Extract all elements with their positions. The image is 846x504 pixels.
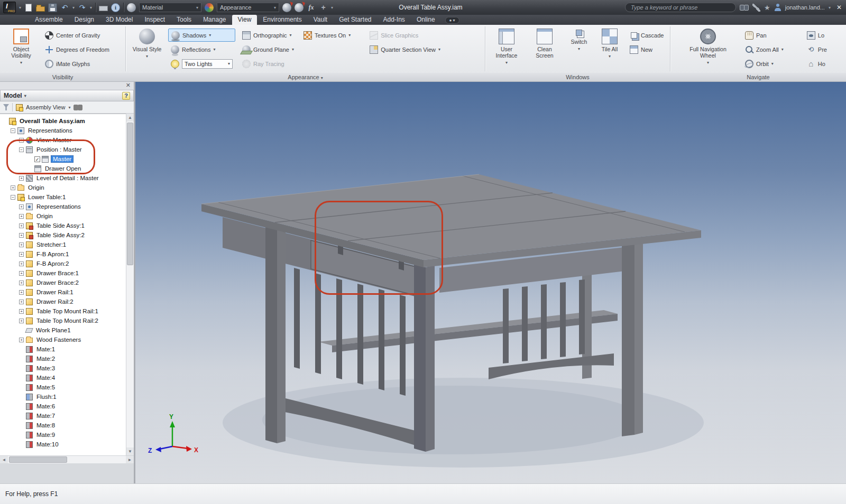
expander-icon[interactable]: − [11, 195, 15, 200]
tree-item[interactable]: +Stretcher:1 [0, 240, 126, 249]
tree-item-label[interactable]: Drawer Rail:2 [35, 298, 75, 305]
tree-item[interactable]: Flush:1 [0, 392, 126, 402]
dropdown-icon[interactable]: ▾ [292, 47, 294, 52]
expander-icon[interactable]: + [19, 338, 24, 342]
dropdown-icon[interactable]: ▾ [771, 61, 774, 66]
search-input[interactable] [625, 3, 736, 12]
ribbon-tab-design[interactable]: Design [69, 15, 100, 25]
tree-item[interactable]: Mate:10 [0, 440, 126, 449]
ribbon-tab-view[interactable]: View [232, 15, 258, 25]
appearance-panel-label[interactable]: Appearance ▾ [126, 73, 485, 81]
tree-item-label[interactable]: Table Top Mount Rail:2 [35, 317, 100, 324]
tree-item-label[interactable]: Drawer Brace:1 [35, 269, 80, 277]
open-folder-icon[interactable] [36, 6, 45, 12]
scroll-up-icon[interactable]: ▲ [126, 114, 134, 122]
tree-item-label[interactable]: Mate:6 [35, 403, 57, 410]
tree-item[interactable]: Mate:7 [0, 411, 126, 421]
tree-item[interactable]: Work Plane1 [0, 325, 126, 335]
find-binoculars-icon[interactable] [73, 104, 82, 111]
tree-item[interactable]: +Drawer Rail:1 [0, 287, 126, 297]
checkbox-checked[interactable]: ✓ [34, 156, 40, 162]
user-dropdown-icon[interactable]: ▾ [829, 5, 831, 10]
tree-item[interactable]: +Table Side Assy:2 [0, 230, 126, 240]
tree-item[interactable]: −Position : Master [0, 145, 126, 154]
tree-item-label[interactable]: Mate:2 [35, 355, 57, 362]
visual-style-button[interactable]: Visual Style ▾ [130, 27, 164, 71]
add-icon[interactable]: + [319, 3, 328, 12]
ribbon-tab-inspect[interactable]: Inspect [139, 15, 171, 25]
expander-icon[interactable]: + [19, 176, 24, 181]
tree-item-label[interactable]: Master [51, 155, 73, 163]
expander-icon[interactable]: + [11, 185, 15, 190]
tree-item[interactable]: +Drawer Brace:2 [0, 278, 126, 287]
print-icon[interactable] [99, 6, 108, 11]
orbit-button[interactable]: Orbit ▾ [742, 57, 786, 70]
tree-item-label[interactable]: Table Side Assy:1 [35, 222, 86, 229]
imate-glyphs-button[interactable]: iMate Glyphs [42, 57, 112, 70]
tree-item[interactable]: Mate:8 [0, 421, 126, 430]
scrollbar-thumb[interactable] [127, 123, 133, 265]
zoom-all-button[interactable]: Zoom All ▾ [742, 43, 786, 56]
search-binoculars-icon[interactable] [740, 4, 749, 12]
material-dropdown[interactable]: Material▾ [139, 3, 201, 12]
tree-item-label[interactable]: Work Plane1 [34, 326, 72, 334]
tree-item-label[interactable]: Drawer Open [43, 165, 82, 172]
tree-item-label[interactable]: Representations [35, 203, 82, 210]
tree-item-label[interactable]: Overall Table Assy.iam [18, 117, 87, 125]
parameters-fx-icon[interactable]: fx [307, 3, 316, 12]
tree-item-label[interactable]: Table Top Mount Rail:1 [35, 307, 100, 315]
tree-item[interactable]: Mate:3 [0, 363, 126, 373]
filter-funnel-icon[interactable] [3, 104, 9, 110]
reflections-button[interactable]: Reflections ▾ [168, 43, 235, 56]
shadows-button[interactable]: Shadows ▾ [168, 29, 235, 42]
tree-item-label[interactable]: Drawer Rail:1 [35, 288, 75, 296]
save-icon[interactable] [48, 3, 57, 12]
tree-item[interactable]: +Level of Detail : Master [0, 173, 126, 183]
dropdown-icon[interactable]: ▾ [348, 33, 351, 38]
expander-icon[interactable]: − [11, 128, 15, 133]
tree-item[interactable]: Mate:9 [0, 430, 126, 440]
tree-item[interactable]: ✓Master [0, 154, 126, 164]
user-account-icon[interactable] [774, 4, 781, 11]
windows-panel-label[interactable]: Windows [485, 73, 670, 81]
user-name[interactable]: jonathan.land... [785, 4, 825, 11]
expander-icon[interactable]: − [19, 147, 24, 152]
appearance-sphere-icon[interactable] [205, 3, 214, 12]
tree-item-label[interactable]: View: Master [35, 136, 73, 144]
undo-icon[interactable]: ↶ [60, 3, 69, 12]
expander-icon[interactable]: + [19, 252, 24, 257]
tree-item-label[interactable]: Level of Detail : Master [35, 174, 100, 182]
dropdown-icon[interactable]: ▾ [781, 47, 784, 52]
clean-screen-button[interactable]: Clean Screen [528, 27, 562, 71]
tree-item-label[interactable]: Origin [26, 184, 46, 191]
expander-icon[interactable]: + [19, 271, 24, 276]
tree-item-label[interactable]: Table Side Assy:2 [35, 231, 86, 239]
object-visibility-button[interactable]: Object Visibility ▾ [4, 27, 38, 71]
tree-item-label[interactable]: Mate:4 [35, 374, 57, 381]
undo-dropdown-icon[interactable]: ▾ [72, 5, 75, 10]
ribbon-tab-assemble[interactable]: Assemble [29, 15, 69, 25]
expander-icon[interactable]: + [19, 214, 24, 219]
settings-wrench-icon[interactable] [752, 4, 760, 12]
tree-item[interactable]: Mate:1 [0, 344, 126, 354]
new-window-button[interactable]: New [627, 43, 666, 56]
ribbon-tab-3d-model[interactable]: 3D Model [100, 15, 139, 25]
tree-item[interactable]: +Drawer Rail:2 [0, 297, 126, 306]
home-button[interactable]: ⌂Ho [804, 57, 830, 70]
tree-item[interactable]: −Lower Table:1 [0, 192, 126, 202]
tree-item-label[interactable]: Stretcher:1 [35, 241, 68, 248]
tree-item-label[interactable]: Flush:1 [35, 393, 58, 400]
expander-icon[interactable]: + [19, 233, 24, 238]
tree-item-label[interactable]: Mate:10 [35, 441, 60, 448]
dropdown-icon[interactable]: ▾ [213, 47, 215, 52]
ground-plane-button[interactable]: Ground Plane ▾ [240, 43, 297, 56]
clear-appearance-icon[interactable] [295, 3, 304, 12]
tile-all-button[interactable]: Tile All ▾ [596, 27, 623, 71]
redo-icon[interactable]: ↷ [78, 3, 87, 12]
qat-more-dropdown-icon[interactable]: ▾ [331, 5, 333, 10]
tree-item-label[interactable]: Wood Fasteners [35, 336, 82, 343]
material-sphere-icon[interactable] [127, 3, 136, 12]
tree-item[interactable]: +Representations [0, 202, 126, 211]
tree-item-label[interactable]: Mate:5 [35, 384, 57, 391]
inventor-logo-icon[interactable]: IPRO [3, 2, 16, 13]
